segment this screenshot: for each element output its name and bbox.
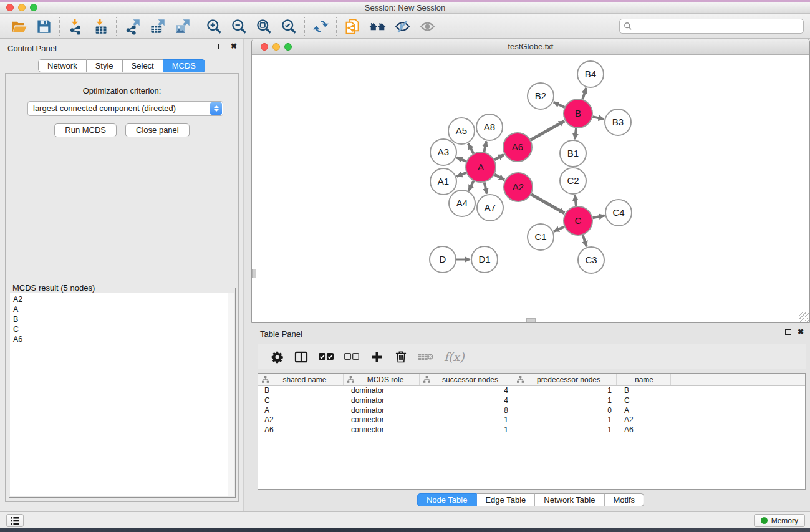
homes-icon [369, 18, 386, 35]
graph-edge-B-B1[interactable] [575, 128, 576, 139]
mcds-result-item[interactable]: A [13, 304, 234, 314]
toolbar-search[interactable] [619, 19, 804, 34]
deselect-all-button[interactable] [344, 349, 359, 364]
home-button[interactable] [365, 16, 390, 37]
close-panel-icon[interactable]: ✖ [798, 329, 804, 335]
mcds-panel: Optimization criterion: largest connecte… [5, 73, 239, 502]
delete-columns-button[interactable] [394, 349, 408, 364]
mcds-result-item[interactable]: B [13, 314, 234, 324]
network-canvas[interactable]: B4B2BB3A8A5A6A3B1AA1C2A2A4A7C4CC1C3DD1 [252, 55, 809, 322]
column-header-shared-name[interactable]: shared name [258, 374, 344, 385]
tab-motifs[interactable]: Motifs [604, 493, 644, 506]
graph-edge-A-A2[interactable] [494, 175, 504, 180]
graph-edge-A2-C[interactable] [531, 195, 564, 213]
network-file-icon [344, 18, 361, 35]
tab-node-table[interactable]: Node Table [417, 493, 477, 506]
graph-node-label-A1: A1 [438, 176, 449, 186]
horizontal-scrollbar-thumb[interactable] [526, 318, 536, 322]
import-table-button[interactable] [88, 16, 113, 37]
graph-edge-A6-B[interactable] [531, 121, 564, 140]
toolbar-separator [304, 17, 305, 36]
split-panel-button[interactable] [294, 349, 308, 364]
resize-grip[interactable] [799, 312, 809, 322]
graph-edge-B-B3[interactable] [592, 117, 604, 119]
column-header-successor-nodes[interactable]: successor nodes [420, 374, 513, 385]
toolbar-separator [59, 17, 60, 36]
tab-network[interactable]: Network [38, 59, 87, 72]
graph-edge-C-C1[interactable] [554, 227, 564, 231]
column-header-predecessor-nodes[interactable]: predecessor nodes [513, 374, 617, 385]
status-bar: Memory [0, 511, 810, 528]
column-header-mcds-role[interactable]: MCDS role [344, 374, 420, 385]
mcds-result-item[interactable]: C [13, 324, 234, 334]
function-builder-button[interactable]: f(x) [444, 349, 465, 364]
graph-edge-B-B2[interactable] [554, 102, 564, 107]
mcds-result-list[interactable]: A2 A B C A6 [10, 293, 234, 496]
eye-button[interactable] [415, 16, 440, 37]
column-header-name[interactable]: name [617, 374, 671, 385]
tab-style[interactable]: Style [87, 59, 123, 72]
unchecked-boxes-icon [344, 353, 359, 360]
graph-edge-C-C2[interactable] [575, 195, 576, 206]
save-session-button[interactable] [31, 16, 56, 37]
task-history-button[interactable] [6, 514, 24, 527]
table-row[interactable]: A6connector11A6 [258, 425, 805, 435]
delete-table-button[interactable] [418, 349, 433, 364]
select-stepper-icon [210, 102, 222, 115]
table-row[interactable]: Adominator80A [258, 406, 805, 416]
toolbar-separator [116, 17, 117, 36]
tab-mcds[interactable]: MCDS [163, 59, 205, 72]
close-panel-icon[interactable]: ✖ [231, 43, 237, 49]
checked-boxes-icon [319, 353, 334, 360]
run-mcds-button[interactable]: Run MCDS [54, 123, 117, 137]
tab-edge-table[interactable]: Edge Table [476, 493, 535, 506]
graph-node-label-A4: A4 [456, 198, 468, 208]
graph-edge-A-A8[interactable] [484, 141, 486, 152]
zoom-in-button[interactable] [201, 16, 226, 37]
export-table-button[interactable] [145, 16, 170, 37]
network-from-file-button[interactable] [340, 16, 365, 37]
vertical-scrollbar-thumb[interactable] [252, 269, 256, 278]
import-network-button[interactable] [63, 16, 88, 37]
graph-edge-A-A6[interactable] [494, 155, 504, 160]
export-image-button[interactable] [170, 16, 195, 37]
result-scrollbar[interactable] [228, 293, 234, 496]
show-hide-graphics-button[interactable] [390, 16, 415, 37]
graph-edge-A-A5[interactable] [468, 143, 473, 153]
graph-edge-A-A4[interactable] [469, 181, 474, 190]
float-panel-icon[interactable] [785, 329, 791, 335]
zoom-selected-button[interactable] [276, 16, 301, 37]
zoom-out-icon [231, 18, 248, 35]
refresh-button[interactable] [308, 16, 333, 37]
graph-node-label-C2: C2 [567, 175, 579, 186]
split-columns-icon [294, 351, 308, 363]
tab-select[interactable]: Select [123, 59, 163, 72]
export-network-button[interactable] [120, 16, 145, 37]
table-row[interactable]: Cdominator41C [258, 396, 805, 406]
table-body: Bdominator41B Cdominator41C Adominator80… [258, 386, 805, 435]
graph-edge-A-A7[interactable] [485, 182, 487, 193]
network-window-titlebar[interactable]: testGlobe.txt [252, 39, 809, 55]
graph-edge-C-C3[interactable] [583, 235, 587, 246]
add-column-button[interactable] [370, 349, 383, 364]
mcds-result-item[interactable]: A6 [13, 334, 234, 344]
table-settings-button[interactable] [270, 349, 284, 364]
optimization-criterion-select[interactable]: largest connected component (directed) [27, 101, 223, 116]
graph-edge-C-C4[interactable] [593, 216, 605, 218]
graph-edge-A-A1[interactable] [456, 173, 466, 177]
close-panel-button[interactable]: Close panel [125, 123, 190, 137]
graph-edge-A-A3[interactable] [456, 158, 466, 162]
table-row[interactable]: Bdominator41B [258, 386, 805, 396]
select-all-button[interactable] [319, 349, 334, 364]
table-row[interactable]: A2connector11A2 [258, 415, 805, 425]
tab-network-table[interactable]: Network Table [535, 493, 604, 506]
float-panel-icon[interactable] [218, 44, 224, 49]
main-area: Control Panel ✖ Network Style Select MCD… [0, 39, 810, 511]
memory-button[interactable]: Memory [754, 514, 805, 527]
zoom-fit-button[interactable] [251, 16, 276, 37]
graph-edge-B-B4[interactable] [582, 88, 586, 99]
search-input[interactable] [635, 22, 799, 31]
mcds-result-item[interactable]: A2 [13, 294, 234, 304]
zoom-out-button[interactable] [226, 16, 251, 37]
open-session-button[interactable] [6, 16, 31, 37]
